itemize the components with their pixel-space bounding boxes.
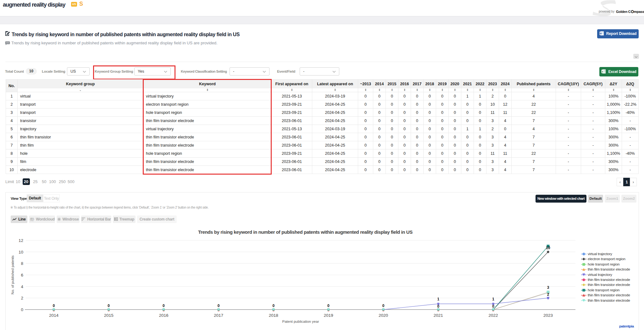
- svg-text:1: 1: [437, 297, 439, 301]
- svg-text:10: 10: [19, 250, 23, 254]
- svg-text:6: 6: [21, 273, 23, 277]
- svg-text:0: 0: [53, 304, 55, 308]
- svg-text:No. of published patents: No. of published patents: [11, 255, 14, 294]
- svg-text:2016: 2016: [159, 313, 168, 318]
- svg-text:2020: 2020: [379, 313, 388, 318]
- svg-text:0: 0: [21, 307, 23, 312]
- svg-text:3: 3: [547, 285, 549, 290]
- svg-text:0: 0: [108, 304, 110, 308]
- svg-text:2014: 2014: [49, 313, 59, 318]
- svg-text:2019: 2019: [324, 313, 333, 318]
- svg-text:0: 0: [437, 304, 439, 309]
- svg-text:2015: 2015: [104, 313, 114, 318]
- svg-text:0: 0: [492, 304, 494, 309]
- svg-text:2: 2: [547, 292, 549, 297]
- svg-text:10: 10: [546, 246, 550, 250]
- svg-text:0: 0: [327, 304, 330, 308]
- svg-text:12: 12: [19, 238, 23, 243]
- svg-text:8: 8: [21, 261, 23, 266]
- svg-text:4: 4: [21, 284, 23, 289]
- svg-text:2023: 2023: [543, 313, 553, 318]
- svg-text:2022: 2022: [488, 313, 498, 318]
- svg-text:EF GH: EF GH: [31, 220, 34, 221]
- svg-text:0: 0: [382, 304, 385, 308]
- svg-text:0: 0: [272, 304, 275, 308]
- svg-text:1: 1: [492, 297, 494, 301]
- svg-text:2018: 2018: [269, 313, 278, 318]
- svg-text:x: x: [602, 70, 603, 73]
- svg-text:0: 0: [163, 304, 165, 308]
- svg-text:Patent publication year: Patent publication year: [282, 320, 319, 323]
- svg-text:2021: 2021: [434, 313, 443, 318]
- svg-text:0: 0: [218, 304, 220, 308]
- svg-text:2: 2: [21, 296, 23, 300]
- svg-text:2017: 2017: [214, 313, 223, 318]
